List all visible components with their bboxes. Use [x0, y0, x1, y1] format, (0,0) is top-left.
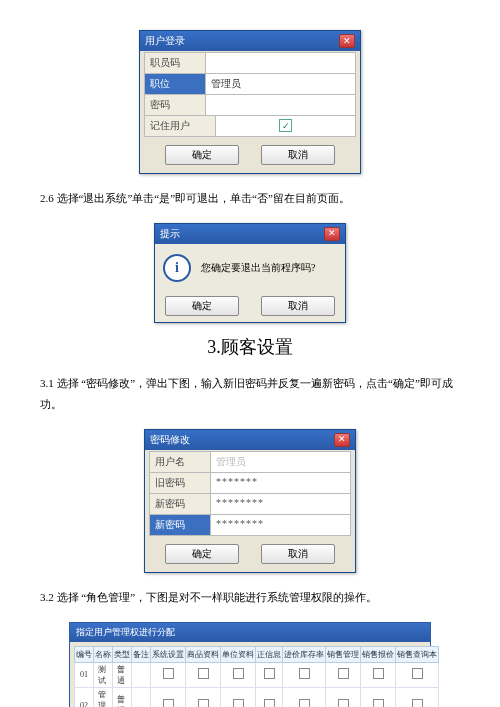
role-label: 职位	[145, 74, 206, 94]
confirm-title: 提示	[160, 227, 180, 241]
perm-title: 指定用户管理权进行分配	[70, 623, 430, 642]
newpw-field[interactable]: ********	[211, 494, 350, 514]
close-icon[interactable]: ✕	[339, 34, 355, 48]
newpw-label: 新密码	[150, 494, 211, 514]
perm-checkbox-cell[interactable]	[361, 662, 396, 687]
password-field[interactable]	[206, 95, 355, 115]
confirm-text: 您确定要退出当前程序吗?	[201, 261, 315, 275]
perm-checkbox-cell[interactable]	[283, 687, 326, 707]
username-value: 管理员	[211, 452, 350, 472]
login-title: 用户登录	[145, 34, 185, 48]
table-row[interactable]: 02管理员普通	[75, 687, 439, 707]
perm-window: 指定用户管理权进行分配 编号名称类型备注系统设置商品资料单位资料正信息进价库存率…	[69, 622, 431, 707]
perm-checkbox-cell[interactable]	[256, 687, 283, 707]
table-row[interactable]: 01测试普通	[75, 662, 439, 687]
perm-cell: 02	[75, 687, 94, 707]
checkbox-icon[interactable]	[198, 668, 209, 679]
perm-checkbox-cell[interactable]	[221, 687, 256, 707]
perm-checkbox-cell[interactable]	[186, 687, 221, 707]
perm-cell: 测试	[94, 662, 113, 687]
checkbox-icon[interactable]	[373, 699, 384, 707]
oldpw-field[interactable]: *******	[211, 473, 350, 493]
login-titlebar: 用户登录 ✕	[140, 31, 360, 51]
perm-col-header: 销售管理	[326, 646, 361, 662]
pwchange-titlebar: 密码修改 ✕	[145, 430, 355, 450]
staff-code-field[interactable]	[206, 53, 355, 73]
checkbox-icon[interactable]	[299, 668, 310, 679]
perm-cell: 普通	[113, 687, 132, 707]
perm-cell: 管理员	[94, 687, 113, 707]
perm-checkbox-cell[interactable]	[396, 687, 439, 707]
checkbox-icon[interactable]	[412, 668, 423, 679]
password-label: 密码	[145, 95, 206, 115]
perm-table: 编号名称类型备注系统设置商品资料单位资料正信息进价库存率销售管理销售报价销售查询…	[74, 646, 439, 707]
login-ok-button[interactable]: 确定	[165, 145, 239, 165]
checkbox-icon[interactable]	[338, 668, 349, 679]
checkbox-icon[interactable]	[163, 699, 174, 707]
perm-checkbox-cell[interactable]	[361, 687, 396, 707]
checkbox-icon[interactable]	[412, 699, 423, 707]
login-dialog: 用户登录 ✕ 职员码 职位 管理员 密码 记住用户 ✓	[139, 30, 361, 174]
checkbox-icon[interactable]	[373, 668, 384, 679]
confirm-cancel-button[interactable]: 取消	[261, 296, 335, 316]
perm-col-header: 备注	[132, 646, 151, 662]
perm-checkbox-cell[interactable]	[326, 662, 361, 687]
newpw2-field[interactable]: ********	[211, 515, 350, 535]
perm-col-header: 类型	[113, 646, 132, 662]
perm-checkbox-cell[interactable]	[151, 662, 186, 687]
paragraph-2-6: 2.6 选择“退出系统”单击“是”即可退出，单击“否”留在目前页面。	[40, 188, 460, 209]
checkbox-icon[interactable]	[264, 699, 275, 707]
checkbox-icon[interactable]	[299, 699, 310, 707]
checkbox-icon[interactable]	[198, 699, 209, 707]
perm-checkbox-cell[interactable]	[186, 662, 221, 687]
checkbox-icon[interactable]	[338, 699, 349, 707]
perm-cell	[132, 662, 151, 687]
perm-checkbox-cell[interactable]	[256, 662, 283, 687]
pwchange-ok-button[interactable]: 确定	[165, 544, 239, 564]
paragraph-3-2: 3.2 选择 “角色管理”，下图是对不一样职能进行系统管理权限的操作。	[40, 587, 460, 608]
perm-checkbox-cell[interactable]	[283, 662, 326, 687]
perm-col-header: 编号	[75, 646, 94, 662]
section-3-heading: 3.顾客设置	[40, 335, 460, 359]
perm-cell	[132, 687, 151, 707]
perm-checkbox-cell[interactable]	[151, 687, 186, 707]
username-label: 用户名	[150, 452, 211, 472]
confirm-titlebar: 提示 ✕	[155, 224, 345, 244]
checkbox-icon[interactable]	[264, 668, 275, 679]
perm-checkbox-cell[interactable]	[326, 687, 361, 707]
perm-col-header: 名称	[94, 646, 113, 662]
checkbox-icon[interactable]	[233, 699, 244, 707]
perm-col-header: 正信息	[256, 646, 283, 662]
oldpw-label: 旧密码	[150, 473, 211, 493]
info-icon: i	[163, 254, 191, 282]
checkbox-icon[interactable]	[233, 668, 244, 679]
newpw2-label: 新密码	[150, 515, 211, 535]
perm-checkbox-cell[interactable]	[396, 662, 439, 687]
perm-col-header: 系统设置	[151, 646, 186, 662]
pwchange-cancel-button[interactable]: 取消	[261, 544, 335, 564]
login-cancel-button[interactable]: 取消	[261, 145, 335, 165]
perm-col-header: 进价库存率	[283, 646, 326, 662]
confirm-ok-button[interactable]: 确定	[165, 296, 239, 316]
perm-cell: 01	[75, 662, 94, 687]
pwchange-dialog: 密码修改 ✕ 用户名 管理员 旧密码 ******* 新密码 ******** …	[144, 429, 356, 573]
close-icon[interactable]: ✕	[324, 227, 340, 241]
close-icon[interactable]: ✕	[334, 433, 350, 447]
pwchange-title: 密码修改	[150, 433, 190, 447]
perm-col-header: 单位资料	[221, 646, 256, 662]
perm-col-header: 商品资料	[186, 646, 221, 662]
checkbox-icon[interactable]	[163, 668, 174, 679]
perm-checkbox-cell[interactable]	[221, 662, 256, 687]
remember-label: 记住用户	[145, 116, 216, 136]
staff-code-label: 职员码	[145, 53, 206, 73]
paragraph-3-1: 3.1 选择 “密码修改”，弹出下图，输入新旧密码并反复一遍新密码，点击“确定”…	[40, 373, 460, 415]
remember-checkbox[interactable]: ✓	[279, 119, 292, 132]
perm-cell: 普通	[113, 662, 132, 687]
perm-col-header: 销售查询本	[396, 646, 439, 662]
perm-col-header: 销售报价	[361, 646, 396, 662]
confirm-dialog: 提示 ✕ i 您确定要退出当前程序吗? 确定 取消	[154, 223, 346, 323]
role-value: 管理员	[206, 74, 355, 94]
